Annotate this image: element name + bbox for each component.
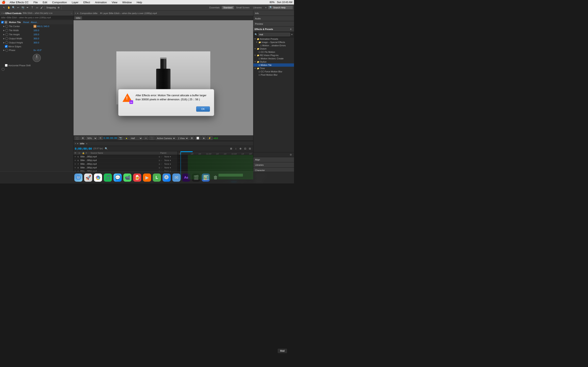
menu-file[interactable]: File	[33, 1, 39, 4]
quality-select[interactable]: Half Full Quarter	[130, 136, 143, 140]
view-layout-btn[interactable]: ⊞	[190, 136, 194, 140]
timeline-lock[interactable]: ■	[77, 142, 78, 145]
layer-row-7[interactable]: 👁 7 Billie ...080p).mp4 ⊞ / None ▾	[73, 162, 177, 166]
dock-spotify[interactable]: 🎵	[103, 173, 112, 182]
shape-tool[interactable]: ▭	[35, 6, 39, 9]
tree-cc-force[interactable]: ⊡ CC Force Motion Blur	[253, 70, 294, 73]
tree-stylize[interactable]: ▼ 📁 Stylize	[253, 60, 294, 63]
menu-window[interactable]: Window	[121, 1, 132, 4]
tree-time[interactable]: ▼ 📁 Time	[253, 67, 294, 70]
prop-val-tile-center[interactable]: 960.0, 540.0	[37, 25, 49, 27]
comp-lock[interactable]: ■	[77, 12, 78, 14]
stopwatch-output-width[interactable]	[5, 37, 8, 40]
workspace-standard[interactable]: Standard	[222, 6, 234, 9]
tree-image-special[interactable]: ▼ 📁 Image – Special Effects	[253, 41, 294, 44]
layer-eye-8[interactable]: 👁	[74, 167, 78, 169]
fx-reset-btn[interactable]: Reset	[23, 21, 29, 24]
fx-about-btn[interactable]: About...	[31, 21, 39, 24]
prop-val-tile-width[interactable]: 100.0	[34, 29, 39, 32]
menu-view[interactable]: View	[111, 1, 118, 4]
pen-tool[interactable]: ✒	[26, 6, 30, 9]
menu-effect[interactable]: Effect	[82, 1, 91, 4]
prop-mirror-edges[interactable]: Mirror Edges	[0, 45, 73, 48]
comp-close[interactable]: ✕	[75, 12, 76, 14]
layer-6-quality[interactable]: ⊞	[159, 159, 162, 161]
workspace-libraries[interactable]: Libraries	[251, 6, 263, 9]
prop-tile-height[interactable]: ▶ Tile Height 100.0	[0, 33, 73, 36]
prop-val-output-height[interactable]: 300.0	[34, 42, 39, 44]
stopwatch-tile-center[interactable]	[5, 25, 8, 28]
tree-distort[interactable]: ▼ 📁 Distort	[253, 47, 294, 50]
prop-horiz-phase-shift[interactable]: Horizontal Phase Shift	[0, 64, 73, 67]
effects-copy-btn[interactable]: ⊡	[289, 153, 293, 157]
dock-appstore[interactable]: 🅐	[162, 173, 171, 182]
workspace-essentials[interactable]: Essentials	[208, 6, 221, 9]
prop-val-output-width[interactable]: 300.0	[34, 37, 39, 40]
panel-menu-btn[interactable]: »	[71, 12, 72, 15]
mirror-edges-checkbox[interactable]	[5, 45, 8, 48]
stopwatch-tile-width[interactable]	[5, 29, 8, 32]
timeline-close[interactable]: ✕	[75, 142, 76, 145]
render-btn[interactable]: ◈	[201, 136, 206, 140]
camera-tool[interactable]: 📷	[21, 6, 25, 9]
dock-messages[interactable]: 💬	[113, 173, 122, 182]
horiz-phase-shift-checkbox[interactable]	[5, 64, 8, 67]
layer-row-8[interactable]: 👁 8 Billie ...080p).mp4 ⊞ / None ▾	[73, 166, 177, 170]
alpha-btn[interactable]: ⬛	[149, 136, 155, 140]
prop-tile-center[interactable]: ▶ Tile Center ⊕ 960.0, 540.0	[0, 24, 73, 28]
timeline-menu[interactable]: ≡	[86, 142, 87, 145]
layer-row-6[interactable]: 👁 6 Billie ...080p).mp4 ⊞ / None ▾	[73, 159, 177, 162]
work-area-bar[interactable]	[181, 151, 193, 152]
layer-row-5[interactable]: 👁 5 Billie ...080p).mp4 ⊞ / None ▾	[73, 155, 177, 159]
audio-section-header[interactable]: Audio	[253, 16, 294, 21]
effects-search-input[interactable]	[258, 33, 290, 36]
menu-layer[interactable]: Layer	[71, 1, 79, 4]
dock-launchfire[interactable]: L	[152, 173, 161, 182]
layer-8-fx[interactable]: /	[162, 167, 164, 169]
prop-val-phase[interactable]: 0x +0.0°	[34, 49, 42, 51]
resolution-btn[interactable]: ▭	[143, 136, 148, 140]
prop-phase[interactable]: ▶ Phase 0x +0.0°	[0, 48, 73, 52]
selection-tool[interactable]: ↖	[2, 6, 6, 9]
toggle-transparency[interactable]: ⬜	[195, 136, 201, 140]
tl-btn-2[interactable]: ↕	[234, 147, 238, 151]
dock-mail[interactable]: ✉	[172, 173, 181, 182]
dock-redcup[interactable]: 🍺	[133, 173, 142, 182]
workspace-expand[interactable]: »	[264, 6, 268, 9]
viewer-grid-btn[interactable]: ⊞	[80, 136, 85, 140]
apple-menu[interactable]: 🍎	[2, 0, 6, 4]
menu-help[interactable]: Help	[136, 1, 143, 4]
tl-btn-1[interactable]: ⊞	[229, 147, 233, 151]
layer-8-quality[interactable]: ⊞	[159, 167, 162, 169]
tree-motion-vectors[interactable]: ⊡ Motion Vectors: Create	[253, 57, 294, 60]
camera-snap-btn[interactable]: 📷	[118, 136, 123, 140]
timeline-search-btn[interactable]: 🔍	[104, 147, 108, 151]
layer-7-fx[interactable]: /	[162, 163, 164, 165]
prop-val-tile-height[interactable]: 100.0	[34, 33, 39, 36]
tree-motion-tile[interactable]: ⊡ Motion Tile	[253, 63, 294, 67]
zoom-select[interactable]: 50% 100% 25%	[86, 136, 97, 140]
tl-btn-4[interactable]: ⊡	[243, 147, 247, 151]
stopwatch-tile-height[interactable]	[5, 33, 8, 36]
tl-btn-3[interactable]: ⊕	[238, 147, 242, 151]
zoom-tool[interactable]: 🔍	[11, 6, 16, 9]
align-section-header[interactable]: Align	[253, 157, 294, 162]
layer-5-fx[interactable]: /	[162, 156, 164, 158]
preview-section-header[interactable]: Preview	[253, 21, 294, 26]
timeline-tab[interactable]: billie	[80, 142, 84, 145]
dialog-ok-button[interactable]: OK	[196, 106, 210, 112]
menu-ae[interactable]: After Effects CC	[9, 1, 29, 4]
bottom-stopwatch[interactable]	[2, 68, 4, 71]
rotate-tool[interactable]: ↩	[16, 6, 20, 9]
tree-pixel-motion[interactable]: ⊡ Pixel Motion Blur	[253, 73, 294, 76]
dock-infuse[interactable]: ▶	[143, 173, 151, 182]
comp-tab-billie[interactable]: billie	[74, 16, 82, 20]
effects-menu-btn[interactable]: ≡	[289, 27, 293, 31]
camera-select[interactable]: Active Camera	[156, 136, 176, 140]
layer-6-fx[interactable]: /	[162, 159, 164, 161]
tree-revison[interactable]: ▼ 📁 RE:Vision Plug-ins	[253, 54, 294, 57]
parent-dropdown-5[interactable]: None ▾	[164, 156, 171, 158]
viewer-region-btn[interactable]: ⬚	[75, 136, 80, 140]
hand-tool[interactable]: ✋	[7, 6, 11, 9]
view-select[interactable]: 1 View	[177, 136, 189, 140]
